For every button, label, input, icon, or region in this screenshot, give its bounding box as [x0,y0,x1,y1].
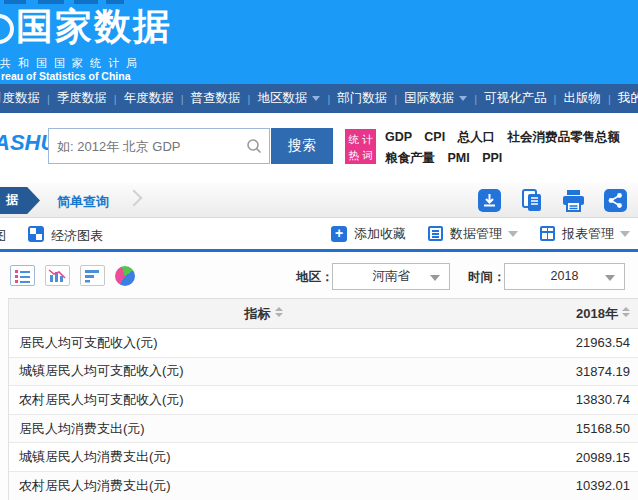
document-list-icon [428,226,443,241]
nav-item-publications[interactable]: 出版物 [558,90,606,107]
site-logo-title[interactable]: 国家数据 [16,2,172,52]
sort-icon[interactable] [275,307,283,317]
search-box [48,128,270,164]
region-label: 地区： [296,269,334,286]
breadcrumb-tab-data[interactable]: 据 [0,187,40,214]
table-grid-icon [540,226,555,241]
breadcrumb-chevron-icon [126,190,143,207]
breadcrumb-bar: 据 简单查询 [0,183,638,218]
table-row[interactable]: 城镇居民人均消费支出(元) 20989.15 [9,443,638,472]
nav-separator: | [325,93,332,105]
national-data-page: 国家数据 共和国国家统计局 reau of Statistics of Chin… [0,0,638,500]
table-row[interactable]: 城镇居民人均可支配收入(元) 31874.19 [9,358,638,387]
query-content: 地区： 河南省 时间： 2018 指标 2018年 居民人均可支配收入( [0,252,638,500]
tab-economic-charts[interactable]: 经济图表 [51,227,103,245]
nav-item-departmental[interactable]: 部门数据 [332,90,392,107]
site-logo-subtitle-en: reau of Statistics of China [1,70,131,82]
action-icons [477,188,628,213]
nbs-emblem-icon [0,14,14,44]
nav-separator: | [606,93,613,105]
filter-bar: 地区： 河南省 时间： 2018 [0,262,638,290]
indicator-cell: 居民人均消费支出(元) [9,420,518,438]
hot-words: GDP CPI 总人口 社会消费品零售总额 粮食产量 PMI PPI [385,127,620,169]
value-cell: 13830.74 [518,392,638,407]
nav-item-monthly[interactable]: 月度数据 [0,90,45,107]
nav-separator: | [45,93,52,105]
print-icon[interactable] [561,188,586,213]
site-logo-subtitle-cn: 共和国国家统计局 [0,56,144,71]
value-cell: 20989.15 [518,450,638,465]
indicator-cell: 农村居民人均消费支出(元) [9,477,518,495]
search-input[interactable] [57,129,237,163]
hot-words-badge: 统 计 热 词 [345,129,376,164]
nav-separator: | [392,93,399,105]
indicator-table: 指标 2018年 居民人均可支配收入(元) 21963.54 城镇居民人均可支配… [8,298,638,500]
table-row[interactable]: 居民人均可支配收入(元) 21963.54 [9,329,638,358]
value-cell: 15168.50 [518,421,638,436]
indicator-cell: 农村居民人均可支配收入(元) [9,391,518,409]
download-icon[interactable] [477,188,502,213]
search-section: ASHU 搜索 统 计 热 词 GDP CPI 总人口 社会消费品零售总额 粮食… [0,113,638,183]
nav-item-international[interactable]: 国际数据 [399,90,472,107]
chevron-down-icon [459,96,467,101]
nav-item-annual[interactable]: 年度数据 [119,90,179,107]
nav-separator: | [472,93,479,105]
column-header-indicator[interactable]: 指标 [9,305,518,323]
breadcrumb-current-simple-query[interactable]: 简单查询 [57,193,109,211]
table-header-row: 指标 2018年 [9,299,638,329]
value-cell: 10392.01 [518,478,638,493]
chevron-down-icon [430,275,440,281]
view-tabs-row: 图 经济图表 + 添加收藏 数据管理 报表管理 [0,218,638,252]
plus-icon: + [331,226,347,242]
value-cell: 31874.19 [518,364,638,379]
table-row[interactable]: 居民人均消费支出(元) 15168.50 [9,415,638,444]
time-label: 时间： [468,269,506,286]
economic-charts-icon [28,226,44,242]
nav-separator: | [246,93,253,105]
nav-item-favorites[interactable]: 我的收藏 [613,90,638,107]
column-header-year[interactable]: 2018年 [518,305,638,323]
main-nav: 月度数据 | 季度数据 | 年度数据 | 普查数据 | 地区数据 | 部门数据 … [0,84,638,113]
table-row[interactable]: 农村居民人均可支配收入(元) 13830.74 [9,386,638,415]
region-select[interactable]: 河南省 [332,263,450,290]
search-button[interactable]: 搜索 [271,128,333,164]
chevron-down-icon [605,275,615,281]
nav-item-census[interactable]: 普查数据 [186,90,246,107]
hot-words-line1[interactable]: GDP CPI 总人口 社会消费品零售总额 [385,127,620,148]
nav-separator: | [112,93,119,105]
nav-item-visualization[interactable]: 可视化产品 [479,90,552,107]
nav-separator: | [552,93,559,105]
manage-buttons: + 添加收藏 数据管理 报表管理 [331,218,630,249]
hot-words-line2[interactable]: 粮食产量 PMI PPI [385,148,620,169]
sort-icon[interactable] [622,307,630,317]
search-icon [246,138,262,154]
chevron-down-icon [312,96,320,101]
chevron-down-icon [620,231,630,237]
indicator-cell: 居民人均可支配收入(元) [9,334,518,352]
value-cell: 21963.54 [518,335,638,350]
share-icon[interactable] [603,188,628,213]
report-manage-dropdown[interactable]: 报表管理 [540,225,630,243]
nav-item-quarterly[interactable]: 季度数据 [52,90,112,107]
indicator-cell: 城镇居民人均可支配收入(元) [9,362,518,380]
data-manage-dropdown[interactable]: 数据管理 [428,225,518,243]
nav-item-regional[interactable]: 地区数据 [252,90,325,107]
table-row[interactable]: 农村居民人均消费支出(元) 10392.01 [9,472,638,500]
add-favorite-button[interactable]: + 添加收藏 [331,225,406,243]
site-header: 国家数据 共和国国家统计局 reau of Statistics of Chin… [0,0,638,84]
tab-partial-map[interactable]: 图 [0,227,6,245]
chevron-down-icon [508,231,518,237]
copy-icon[interactable] [519,188,544,213]
indicator-cell: 城镇居民人均消费支出(元) [9,448,518,466]
time-select[interactable]: 2018 [504,263,625,290]
nav-separator: | [179,93,186,105]
